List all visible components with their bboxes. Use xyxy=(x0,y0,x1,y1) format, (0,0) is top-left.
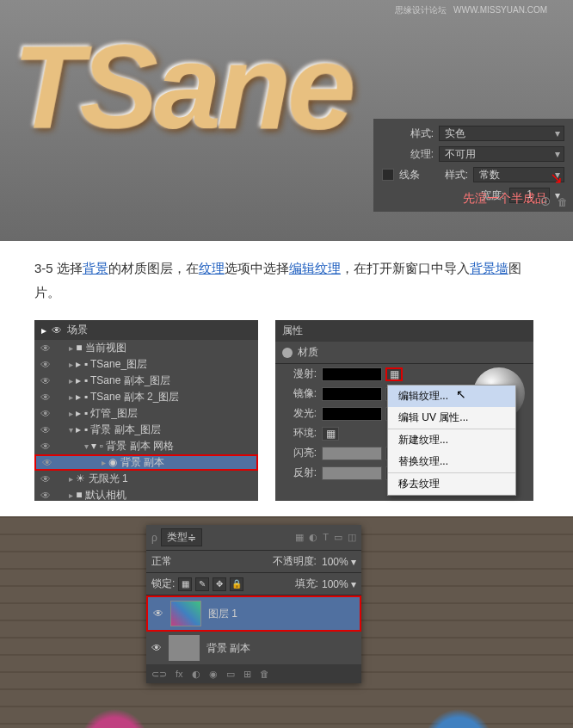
3d-text: TSane xyxy=(13,15,352,158)
visibility-icon[interactable]: 👁 xyxy=(38,342,53,355)
lock-all-icon[interactable]: 🔒 xyxy=(230,577,243,591)
material-header: 属性 xyxy=(275,320,533,342)
filter-smart-icon[interactable]: ◫ xyxy=(348,532,356,543)
layer-thumbnail[interactable] xyxy=(169,635,200,661)
watermark-url: WWW.MISSYUAN.COM xyxy=(453,5,547,15)
link-texture[interactable]: 纹理 xyxy=(199,261,225,275)
color-swatch[interactable] xyxy=(322,407,382,421)
visibility-icon[interactable]: 👁 xyxy=(38,408,53,420)
color-swatch[interactable] xyxy=(322,387,382,401)
texture-icon[interactable]: ▦ xyxy=(322,427,339,441)
group-icon[interactable]: ▭ xyxy=(226,669,235,680)
fill-label: 填充: xyxy=(295,577,318,591)
visibility-icon[interactable]: 👁 xyxy=(38,424,53,436)
fill-input[interactable]: 100% ▾ xyxy=(322,578,356,590)
lock-transparent-icon[interactable]: ▦ xyxy=(178,577,192,591)
line-style-label: 样式: xyxy=(434,168,468,182)
texture-label: 纹理: xyxy=(382,147,434,162)
mask-icon[interactable]: ◐ xyxy=(192,669,200,680)
style-select[interactable]: 实色 xyxy=(439,126,564,141)
menu-remove-texture[interactable]: 移去纹理 xyxy=(388,473,515,495)
lock-position-icon[interactable]: ✥ xyxy=(213,577,226,591)
line-checkbox[interactable] xyxy=(382,169,394,181)
lock-label: 锁定: xyxy=(151,577,175,591)
scene-panel: ▸👁 场景 👁▸ ■ 当前视图👁▸ ▸ ▪ TSane_图层👁▸ ▸ ▪ TSa… xyxy=(34,320,258,501)
watermark: 思缘设计论坛 WWW.MISSYUAN.COM xyxy=(391,4,547,16)
lock-pixels-icon[interactable]: ✎ xyxy=(195,577,209,591)
layer-thumbnail[interactable] xyxy=(170,601,201,626)
visibility-icon[interactable]: 👁 xyxy=(40,457,55,469)
menu-edit-texture[interactable]: 编辑纹理... xyxy=(388,386,515,407)
menu-new-texture[interactable]: 新建纹理... xyxy=(388,429,515,451)
scene-item[interactable]: 👁▸ ■ 默认相机 xyxy=(34,487,258,503)
color-swatch[interactable] xyxy=(322,447,382,460)
layer-row[interactable]: 👁图层 1 xyxy=(146,595,361,632)
visibility-icon[interactable]: 👁 xyxy=(38,490,53,502)
scene-item[interactable]: 👁▸ ▸ ▪ TSane 副本 2_图层 xyxy=(34,389,258,405)
scene-item[interactable]: 👁▸ ▸ ▪ TSane 副本_图层 xyxy=(34,373,258,389)
scene-item[interactable]: 👁▸ ▸ ▪ 灯管_图层 xyxy=(34,405,258,422)
scene-item[interactable]: 👁▸ ■ 当前视图 xyxy=(34,340,258,356)
material-panel: 属性 材质 漫射:▦镜像:▦发光:▦环境:▦闪亮:▦反射:▦ 编辑纹理... 编… xyxy=(275,320,533,501)
filter-pixel-icon[interactable]: ▦ xyxy=(295,532,304,543)
layer-row[interactable]: 👁背景 副本 xyxy=(146,632,361,665)
scene-item[interactable]: 👁▸ ☀ 无限光 1 xyxy=(34,471,258,487)
render-preview: 思缘设计论坛 WWW.MISSYUAN.COM TSane 样式: 实色 纹理:… xyxy=(0,0,573,241)
watermark-text: 思缘设计论坛 xyxy=(395,5,447,15)
style-label: 样式: xyxy=(382,126,434,141)
instruction-text: 3-5 选择背景的材质图层，在纹理选项中选择编辑纹理，在打开新窗口中导入背景墙图… xyxy=(0,241,573,320)
filter-shape-icon[interactable]: ▭ xyxy=(334,532,342,543)
layer-filter-select[interactable]: 类型 ≑ xyxy=(161,528,202,546)
blend-mode-select[interactable]: 正常 xyxy=(151,554,220,569)
visibility-icon[interactable]: 👁 xyxy=(38,375,53,387)
menu-replace-texture[interactable]: 替换纹理... xyxy=(388,451,515,472)
annotation-text: 先渲一个半成品 xyxy=(463,191,547,207)
color-swatch[interactable] xyxy=(322,466,382,480)
line-label: 线条 xyxy=(399,168,434,182)
layer-name: 图层 1 xyxy=(208,607,237,621)
visibility-icon[interactable]: 👁 xyxy=(38,473,53,485)
delete-icon[interactable]: 🗑 xyxy=(260,669,269,680)
link-bg-wall[interactable]: 背景墙 xyxy=(470,261,508,275)
scene-item[interactable]: 👁▾ ▾ ▫ 背景 副本 网格 xyxy=(34,438,258,454)
link-background[interactable]: 背景 xyxy=(83,261,108,275)
trash-icon[interactable]: 🗑 xyxy=(558,196,568,208)
visibility-icon[interactable]: 👁 xyxy=(38,359,53,371)
opacity-input[interactable]: 100% ▾ xyxy=(322,556,356,568)
visibility-icon[interactable]: 👁 xyxy=(151,642,162,654)
texture-select[interactable]: 不可用 xyxy=(439,146,564,162)
material-icon xyxy=(282,348,293,358)
eye-icon[interactable]: 👁 xyxy=(52,324,62,336)
layers-panel: ρ 类型 ≑ ▦ ◐ T ▭ ◫ 正常 不透明度: 100% ▾ 锁定: ▦ ✎… xyxy=(146,525,361,683)
link-layers-icon[interactable]: ⊂⊃ xyxy=(151,669,167,680)
scene-item[interactable]: 👁▸ ▸ ▪ TSane_图层 xyxy=(34,356,258,373)
layer-name: 背景 副本 xyxy=(206,641,250,656)
texture-context-menu: 编辑纹理... 编辑 UV 属性... 新建纹理... 替换纹理... 移去纹理 xyxy=(387,385,516,496)
scene-header: ▸👁 场景 xyxy=(34,320,258,340)
texture-editor: ρ 类型 ≑ ▦ ◐ T ▭ ◫ 正常 不透明度: 100% ▾ 锁定: ▦ ✎… xyxy=(0,516,573,728)
scene-item[interactable]: 👁▾ ▸ ▪ 背景 副本_图层 xyxy=(34,422,258,438)
cursor-icon: ↖ xyxy=(456,387,466,401)
filter-type-icon[interactable]: T xyxy=(323,532,329,543)
opacity-label: 不透明度: xyxy=(273,554,317,569)
fx-icon[interactable]: fx xyxy=(176,669,183,680)
link-edit-texture[interactable]: 编辑纹理 xyxy=(289,261,341,275)
material-tab[interactable]: 材质 xyxy=(275,342,533,364)
visibility-icon[interactable]: 👁 xyxy=(38,441,53,453)
visibility-icon[interactable]: 👁 xyxy=(38,392,53,404)
visibility-icon[interactable]: 👁 xyxy=(153,608,163,620)
new-layer-icon[interactable]: ⊞ xyxy=(243,669,251,680)
filter-adjust-icon[interactable]: ◐ xyxy=(309,532,317,543)
red-arrow-annotation: ↘ xyxy=(550,169,563,188)
properties-panel: 样式: 实色 纹理: 不可用 线条 样式: 常数 宽度: 1 ▾ ↘ 先渲一个半… xyxy=(373,119,573,212)
scene-item[interactable]: 👁▸ ◉ 背景 副本 xyxy=(34,454,258,471)
menu-edit-uv[interactable]: 编辑 UV 属性... xyxy=(388,407,515,429)
render-icon[interactable]: ⦿ xyxy=(540,196,551,208)
color-swatch[interactable] xyxy=(322,367,382,381)
adjustment-icon[interactable]: ◉ xyxy=(209,669,218,680)
texture-icon[interactable]: ▦ xyxy=(385,367,403,381)
